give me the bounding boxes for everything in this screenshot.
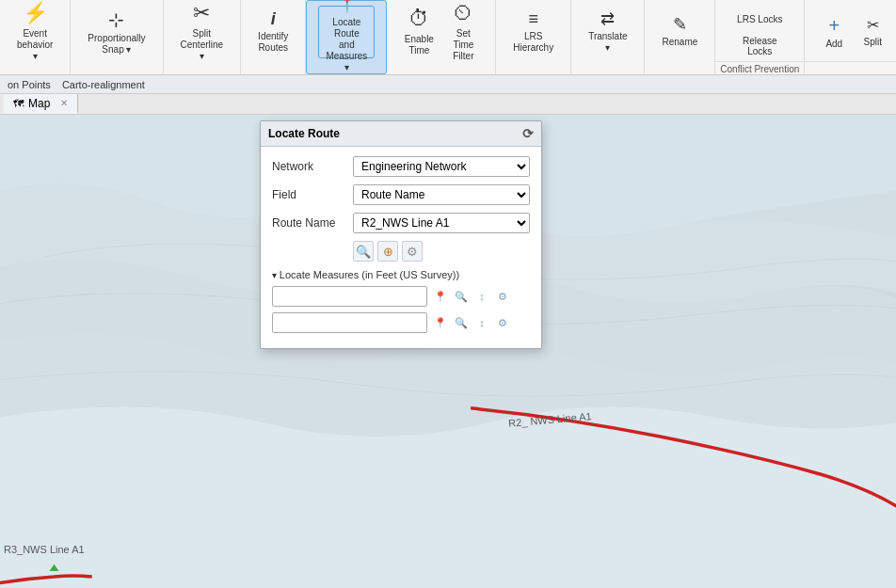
- lrs-hier-label: LRS Hierarchy: [513, 31, 553, 54]
- toolbar-group-locks: LRS Locks Release Locks Conflict Prevent…: [715, 0, 805, 74]
- toolbar-group-identify: i Identify Routes: [241, 0, 306, 74]
- measure-1-search-icon[interactable]: 🔍: [452, 287, 471, 306]
- add-icon: +: [828, 14, 840, 37]
- measure-input-2[interactable]: [272, 312, 427, 333]
- measure-row-1: 📍 🔍 ↕ ⚙: [272, 286, 530, 307]
- map-tab[interactable]: 🗺 Map ✕: [4, 94, 78, 114]
- rename-label: Rename: [662, 37, 697, 48]
- locate-route-panel: Locate Route ⟳ Network Engineering Netwo…: [260, 120, 542, 349]
- split-centerline-button[interactable]: ✂ Split Centerline ▾: [175, 4, 230, 60]
- measure-2-pin-icon[interactable]: 📍: [431, 313, 450, 332]
- translate-icon: ⇄: [600, 9, 615, 30]
- search-route-button[interactable]: 🔍: [353, 241, 374, 262]
- event-behavior-label: Event behavior ▾: [17, 28, 53, 62]
- toolbar-group-lrs-hier: ≡ LRS Hierarchy: [496, 0, 571, 74]
- locate-icon: 📍: [334, 0, 360, 15]
- toolbar-group-split-cl: ✂ Split Centerline ▾: [164, 0, 242, 74]
- toolbar-group-locate: 📍 Locate Route and Measures ▾: [306, 0, 387, 74]
- tab-row: 🗺 Map ✕: [0, 94, 896, 115]
- main-toolbar: ⚡ Event behavior ▾ ⊹ Proportionally Snap…: [0, 0, 896, 75]
- network-select[interactable]: Engineering Network Road Network Rail Ne…: [353, 156, 530, 177]
- translate-button[interactable]: ⇄ Translate ▾: [583, 4, 632, 60]
- measure-1-icons: 📍 🔍 ↕ ⚙: [431, 287, 512, 306]
- route-name-select[interactable]: R2_NWS Line A1 R3_NWS Line A1: [353, 213, 530, 233]
- split-cl-icon: ✂: [193, 1, 210, 25]
- panel-body: Network Engineering Network Road Network…: [261, 147, 541, 348]
- field-label: Field: [272, 188, 347, 201]
- measure-2-settings-icon[interactable]: ⚙: [493, 313, 512, 332]
- release-locks-button[interactable]: Release Locks: [727, 34, 792, 58]
- lrs-hier-icon: ≡: [529, 9, 539, 30]
- toolbar-group-event: ⚡ Event behavior ▾: [0, 0, 71, 74]
- release-locks-label: Release Locks: [730, 36, 789, 56]
- translate-label: Translate ▾: [588, 31, 627, 54]
- set-time-label: Set Time Filter: [448, 28, 478, 62]
- settings-button[interactable]: ⚙: [402, 241, 423, 262]
- panel-title: Locate Route: [268, 127, 340, 140]
- zoom-to-route-button[interactable]: ⊕: [377, 241, 398, 262]
- proportionally-snap-button[interactable]: ⊹ Proportionally Snap ▾: [82, 4, 151, 60]
- on-points-label: on Points: [8, 79, 51, 90]
- snap-label: Proportionally Snap ▾: [88, 33, 145, 56]
- map-tab-label: Map: [28, 97, 50, 110]
- add-button[interactable]: + Add: [816, 8, 852, 56]
- split-cl-label: Split Centerline ▾: [181, 28, 224, 62]
- lrs-hierarchy-button[interactable]: ≡ LRS Hierarchy: [507, 4, 559, 60]
- measure-input-1[interactable]: [272, 286, 427, 307]
- network-label: Network: [272, 160, 347, 173]
- enable-time-icon: ⏱: [408, 7, 429, 31]
- toolbar-group-time: ⏱ Enable Time ⏲ Set Time Filter: [387, 0, 496, 74]
- toolbar-group-translate: ⇄ Translate ▾: [571, 0, 645, 74]
- panel-header: Locate Route ⟳: [261, 121, 541, 147]
- measure-1-swap-icon[interactable]: ↕: [472, 287, 491, 306]
- enable-time-button[interactable]: ⏱ Enable Time: [398, 4, 440, 60]
- measure-1-settings-icon[interactable]: ⚙: [493, 287, 512, 306]
- rename-button[interactable]: ✎ Rename: [656, 4, 703, 60]
- panel-close-button[interactable]: ⟳: [522, 126, 534, 141]
- map-tab-icon: 🗺: [13, 98, 24, 109]
- identify-label: Identify Routes: [258, 31, 288, 54]
- panel-action-icons: 🔍 ⊕ ⚙: [353, 241, 530, 262]
- route-name-row: Route Name R2_NWS Line A1 R3_NWS Line A1: [272, 213, 530, 233]
- measure-2-icons: 📍 🔍 ↕ ⚙: [431, 313, 512, 332]
- lrs-locks-button[interactable]: LRS Locks: [727, 8, 792, 32]
- route-name-label: Route Name: [272, 216, 347, 230]
- events-label: Events: [805, 61, 896, 74]
- measure-2-swap-icon[interactable]: ↕: [472, 313, 491, 332]
- measure-2-search-icon[interactable]: 🔍: [452, 313, 471, 332]
- rename-icon: ✎: [673, 15, 687, 36]
- toolbar-group-snap: ⊹ Proportionally Snap ▾: [71, 0, 163, 74]
- snap-icon: ⊹: [108, 8, 124, 31]
- split-button[interactable]: ✂ Split: [855, 8, 890, 56]
- field-select[interactable]: Route Name Route ID Route Number: [353, 184, 530, 205]
- map-tab-close[interactable]: ✕: [60, 98, 68, 108]
- network-row: Network Engineering Network Road Network…: [272, 156, 530, 177]
- event-behavior-button[interactable]: ⚡ Event behavior ▾: [11, 4, 58, 60]
- set-time-icon: ⏲: [453, 1, 473, 25]
- toolbar-group-events: + Add ✂ Split ⊕ Merge ⊛ DynSeg ↻ Repla: [805, 0, 896, 74]
- split-label: Split: [864, 37, 882, 48]
- toolbar-group-rename: ✎ Rename: [645, 0, 715, 74]
- measure-1-pin-icon[interactable]: 📍: [431, 287, 450, 306]
- split-icon: ✂: [867, 16, 879, 34]
- lrs-locks-label: LRS Locks: [737, 14, 782, 24]
- locate-measures-label[interactable]: Locate Measures (in Feet (US Survey)): [272, 269, 530, 280]
- locate-label: Locate Route and Measures ▾: [325, 17, 368, 73]
- identify-icon: i: [271, 9, 276, 30]
- set-time-filter-button[interactable]: ⏲ Set Time Filter: [442, 4, 484, 60]
- measure-row-2: 📍 🔍 ↕ ⚙: [272, 312, 530, 333]
- conflict-prevention-label: Conflict Prevention: [715, 61, 804, 74]
- identify-routes-button[interactable]: i Identify Routes: [252, 4, 294, 60]
- carto-realignment-label: Carto-realignment: [62, 79, 145, 90]
- map-area[interactable]: R2_ NWS Line A1 R3_NWS Line A1 Locate Ro…: [0, 115, 896, 588]
- locate-route-button[interactable]: 📍 Locate Route and Measures ▾: [318, 6, 375, 58]
- field-row: Field Route Name Route ID Route Number: [272, 184, 530, 205]
- event-behavior-icon: ⚡: [23, 1, 48, 25]
- add-label: Add: [825, 39, 842, 50]
- enable-time-label: Enable Time: [405, 34, 434, 56]
